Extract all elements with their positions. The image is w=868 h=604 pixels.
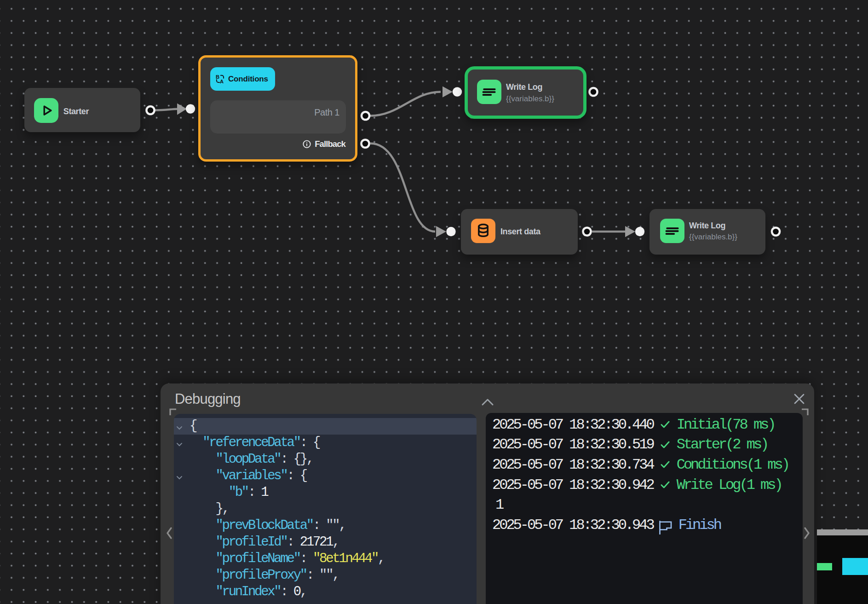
svg-text:A: A <box>220 79 224 84</box>
svg-text:B: B <box>216 74 219 80</box>
